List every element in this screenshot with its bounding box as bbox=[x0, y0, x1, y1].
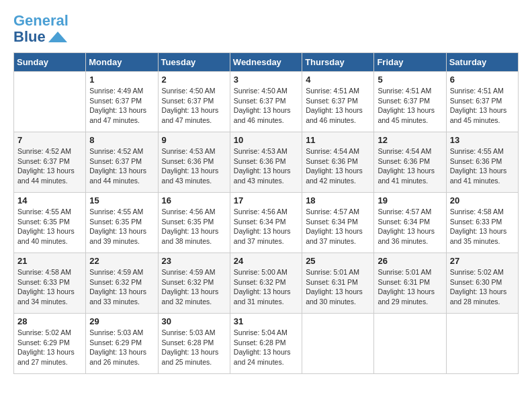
weekday-monday: Monday bbox=[86, 53, 158, 72]
day-number: 14 bbox=[17, 195, 82, 205]
calendar-cell: 23Sunrise: 4:59 AMSunset: 6:32 PMDayligh… bbox=[158, 253, 230, 314]
calendar-cell: 14Sunrise: 4:55 AMSunset: 6:35 PMDayligh… bbox=[14, 193, 86, 253]
weekday-header-row: SundayMondayTuesdayWednesdayThursdayFrid… bbox=[14, 53, 519, 72]
day-number: 21 bbox=[17, 256, 82, 266]
calendar-cell: 31Sunrise: 5:04 AMSunset: 6:28 PMDayligh… bbox=[230, 314, 302, 374]
calendar-cell bbox=[374, 314, 446, 374]
calendar-cell: 4Sunrise: 4:51 AMSunset: 6:37 PMDaylight… bbox=[302, 72, 374, 132]
calendar-cell: 28Sunrise: 5:02 AMSunset: 6:29 PMDayligh… bbox=[14, 314, 86, 374]
calendar-cell: 24Sunrise: 5:00 AMSunset: 6:32 PMDayligh… bbox=[230, 253, 302, 314]
day-info: Sunrise: 4:50 AMSunset: 6:37 PMDaylight:… bbox=[234, 86, 298, 126]
calendar-cell: 13Sunrise: 4:55 AMSunset: 6:36 PMDayligh… bbox=[446, 132, 518, 193]
day-number: 1 bbox=[89, 75, 154, 85]
day-info: Sunrise: 4:57 AMSunset: 6:34 PMDaylight:… bbox=[378, 207, 442, 246]
day-info: Sunrise: 4:52 AMSunset: 6:37 PMDaylight:… bbox=[17, 146, 82, 186]
calendar-cell: 12Sunrise: 4:54 AMSunset: 6:36 PMDayligh… bbox=[374, 132, 446, 193]
calendar-cell: 26Sunrise: 5:01 AMSunset: 6:31 PMDayligh… bbox=[374, 253, 446, 314]
day-info: Sunrise: 5:03 AMSunset: 6:29 PMDaylight:… bbox=[89, 328, 154, 367]
day-number: 3 bbox=[234, 75, 298, 85]
calendar-cell: 18Sunrise: 4:57 AMSunset: 6:34 PMDayligh… bbox=[302, 193, 374, 253]
day-number: 30 bbox=[162, 316, 226, 326]
weekday-friday: Friday bbox=[374, 53, 446, 72]
day-info: Sunrise: 4:55 AMSunset: 6:35 PMDaylight:… bbox=[17, 207, 82, 246]
calendar-cell: 6Sunrise: 4:51 AMSunset: 6:37 PMDaylight… bbox=[446, 72, 518, 132]
calendar-cell: 16Sunrise: 4:56 AMSunset: 6:35 PMDayligh… bbox=[158, 193, 230, 253]
week-row-1: 1Sunrise: 4:49 AMSunset: 6:37 PMDaylight… bbox=[14, 72, 519, 132]
day-number: 27 bbox=[450, 256, 515, 266]
calendar-cell: 25Sunrise: 5:01 AMSunset: 6:31 PMDayligh… bbox=[302, 253, 374, 314]
day-number: 28 bbox=[17, 316, 82, 326]
day-info: Sunrise: 4:54 AMSunset: 6:36 PMDaylight:… bbox=[306, 146, 370, 186]
page-header: General Blue bbox=[13, 13, 519, 46]
calendar-cell bbox=[446, 314, 518, 374]
weekday-thursday: Thursday bbox=[302, 53, 374, 72]
day-info: Sunrise: 4:51 AMSunset: 6:37 PMDaylight:… bbox=[306, 86, 370, 126]
calendar-cell: 19Sunrise: 4:57 AMSunset: 6:34 PMDayligh… bbox=[374, 193, 446, 253]
logo: General Blue bbox=[13, 13, 69, 46]
calendar-cell: 10Sunrise: 4:53 AMSunset: 6:36 PMDayligh… bbox=[230, 132, 302, 193]
day-info: Sunrise: 5:02 AMSunset: 6:30 PMDaylight:… bbox=[450, 267, 515, 307]
day-info: Sunrise: 4:57 AMSunset: 6:34 PMDaylight:… bbox=[306, 207, 370, 246]
day-number: 6 bbox=[450, 75, 515, 85]
day-info: Sunrise: 5:00 AMSunset: 6:32 PMDaylight:… bbox=[234, 267, 298, 307]
calendar-cell: 17Sunrise: 4:56 AMSunset: 6:34 PMDayligh… bbox=[230, 193, 302, 253]
logo-icon bbox=[48, 30, 67, 44]
day-number: 11 bbox=[306, 135, 370, 145]
day-info: Sunrise: 4:53 AMSunset: 6:36 PMDaylight:… bbox=[234, 146, 298, 186]
day-number: 8 bbox=[89, 135, 154, 145]
calendar-cell: 20Sunrise: 4:58 AMSunset: 6:33 PMDayligh… bbox=[446, 193, 518, 253]
day-number: 7 bbox=[17, 135, 82, 145]
calendar-table: SundayMondayTuesdayWednesdayThursdayFrid… bbox=[13, 52, 519, 374]
day-info: Sunrise: 4:58 AMSunset: 6:33 PMDaylight:… bbox=[17, 267, 82, 307]
day-number: 5 bbox=[378, 75, 442, 85]
day-number: 17 bbox=[234, 195, 298, 205]
day-number: 23 bbox=[162, 256, 226, 266]
calendar-cell: 27Sunrise: 5:02 AMSunset: 6:30 PMDayligh… bbox=[446, 253, 518, 314]
calendar-cell: 7Sunrise: 4:52 AMSunset: 6:37 PMDaylight… bbox=[14, 132, 86, 193]
week-row-2: 7Sunrise: 4:52 AMSunset: 6:37 PMDaylight… bbox=[14, 132, 519, 193]
day-number: 24 bbox=[234, 256, 298, 266]
calendar-cell: 1Sunrise: 4:49 AMSunset: 6:37 PMDaylight… bbox=[86, 72, 158, 132]
calendar-cell: 30Sunrise: 5:03 AMSunset: 6:28 PMDayligh… bbox=[158, 314, 230, 374]
day-info: Sunrise: 5:04 AMSunset: 6:28 PMDaylight:… bbox=[234, 328, 298, 367]
day-number: 18 bbox=[306, 195, 370, 205]
logo-general: General bbox=[13, 12, 69, 29]
day-info: Sunrise: 4:59 AMSunset: 6:32 PMDaylight:… bbox=[89, 267, 154, 307]
week-row-3: 14Sunrise: 4:55 AMSunset: 6:35 PMDayligh… bbox=[14, 193, 519, 253]
calendar-cell: 21Sunrise: 4:58 AMSunset: 6:33 PMDayligh… bbox=[14, 253, 86, 314]
day-number: 22 bbox=[89, 256, 154, 266]
day-number: 4 bbox=[306, 75, 370, 85]
calendar-cell: 15Sunrise: 4:55 AMSunset: 6:35 PMDayligh… bbox=[86, 193, 158, 253]
day-number: 2 bbox=[162, 75, 226, 85]
week-row-4: 21Sunrise: 4:58 AMSunset: 6:33 PMDayligh… bbox=[14, 253, 519, 314]
day-info: Sunrise: 4:52 AMSunset: 6:37 PMDaylight:… bbox=[89, 146, 154, 186]
day-info: Sunrise: 4:56 AMSunset: 6:35 PMDaylight:… bbox=[162, 207, 226, 246]
weekday-tuesday: Tuesday bbox=[158, 53, 230, 72]
calendar-cell: 8Sunrise: 4:52 AMSunset: 6:37 PMDaylight… bbox=[86, 132, 158, 193]
day-info: Sunrise: 4:56 AMSunset: 6:34 PMDaylight:… bbox=[234, 207, 298, 246]
week-row-5: 28Sunrise: 5:02 AMSunset: 6:29 PMDayligh… bbox=[14, 314, 519, 374]
day-info: Sunrise: 5:01 AMSunset: 6:31 PMDaylight:… bbox=[306, 267, 370, 307]
day-number: 16 bbox=[162, 195, 226, 205]
day-info: Sunrise: 4:51 AMSunset: 6:37 PMDaylight:… bbox=[378, 86, 442, 126]
day-info: Sunrise: 4:55 AMSunset: 6:36 PMDaylight:… bbox=[450, 146, 515, 186]
logo-blue: Blue bbox=[13, 28, 46, 46]
day-info: Sunrise: 5:01 AMSunset: 6:31 PMDaylight:… bbox=[378, 267, 442, 307]
day-info: Sunrise: 5:02 AMSunset: 6:29 PMDaylight:… bbox=[17, 328, 82, 367]
day-number: 31 bbox=[234, 316, 298, 326]
calendar-cell: 22Sunrise: 4:59 AMSunset: 6:32 PMDayligh… bbox=[86, 253, 158, 314]
logo-text: General bbox=[13, 13, 69, 28]
day-number: 25 bbox=[306, 256, 370, 266]
day-info: Sunrise: 4:51 AMSunset: 6:37 PMDaylight:… bbox=[450, 86, 515, 126]
day-number: 19 bbox=[378, 195, 442, 205]
day-info: Sunrise: 4:49 AMSunset: 6:37 PMDaylight:… bbox=[89, 86, 154, 126]
day-number: 20 bbox=[450, 195, 515, 205]
weekday-sunday: Sunday bbox=[14, 53, 86, 72]
calendar-cell: 3Sunrise: 4:50 AMSunset: 6:37 PMDaylight… bbox=[230, 72, 302, 132]
calendar-cell: 11Sunrise: 4:54 AMSunset: 6:36 PMDayligh… bbox=[302, 132, 374, 193]
day-number: 13 bbox=[450, 135, 515, 145]
day-number: 10 bbox=[234, 135, 298, 145]
calendar-cell: 5Sunrise: 4:51 AMSunset: 6:37 PMDaylight… bbox=[374, 72, 446, 132]
calendar-cell bbox=[302, 314, 374, 374]
day-number: 29 bbox=[89, 316, 154, 326]
